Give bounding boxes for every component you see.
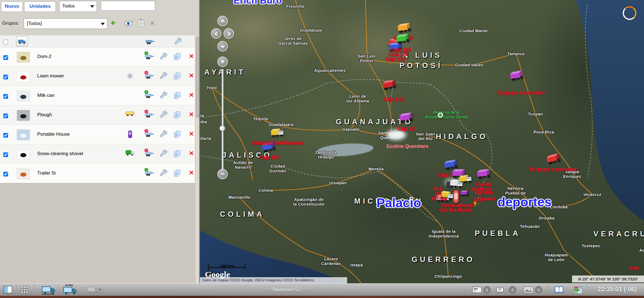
grid-view-icon[interactable]	[21, 286, 29, 295]
unit-trailer-status-icon[interactable]: –	[145, 130, 155, 139]
close-icon[interactable]: ✕	[150, 20, 155, 27]
truck-marker[interactable]	[449, 178, 465, 190]
trailer-marker[interactable]	[395, 33, 411, 46]
unit-visibility-checkbox[interactable]	[3, 94, 8, 99]
unit-trailer-status-icon[interactable]: –	[145, 150, 155, 158]
unit-trailer-status-icon[interactable]: ✓	[145, 53, 155, 61]
waypoint-marker[interactable]	[437, 112, 444, 120]
search-input[interactable]	[101, 1, 155, 11]
units-button[interactable]: Unidades	[24, 1, 56, 12]
unit-map-label[interactable]: 02 grupo exportador	[497, 90, 545, 96]
unit-settings-wrench-icon[interactable]	[160, 130, 168, 139]
unit-settings-wrench-icon[interactable]	[160, 92, 168, 100]
unit-row[interactable]: Trailer 5t✓✕	[0, 164, 195, 183]
pan-left-button[interactable]	[211, 28, 221, 39]
breadcrumb[interactable]: »Navtracker GT»	[262, 287, 312, 292]
filter-dropdown[interactable]: Todos	[59, 1, 97, 12]
unit-map-label[interactable]: Clm	[630, 265, 639, 271]
unit-visibility-checkbox[interactable]	[3, 55, 8, 60]
photos-icon[interactable]	[523, 286, 533, 294]
unit-settings-wrench-icon[interactable]	[160, 111, 168, 120]
unit-map-label[interactable]: Caja 121	[385, 56, 405, 62]
unit-visibility-checkbox[interactable]	[3, 133, 8, 138]
pan-up-button[interactable]	[217, 16, 228, 26]
engine-icon: ✻	[127, 72, 133, 80]
new-button[interactable]: Nuevo	[1, 1, 23, 12]
unit-map-label[interactable]: Ecoline Queretaro	[387, 143, 429, 149]
unit-map-label[interactable]: 05 grupo exportador	[530, 166, 577, 172]
unit-delete-icon[interactable]: ✕	[189, 53, 194, 60]
unit-row[interactable]: Portable House–✕	[0, 125, 195, 144]
truck-display-button[interactable]	[16, 36, 28, 46]
map-canvas[interactable]: + − 100 km 50 mi Google Datos de mapas ©…	[200, 0, 644, 283]
clipboard-icon[interactable]	[137, 19, 145, 28]
unit-visibility-checkbox[interactable]	[3, 75, 8, 79]
eye-wrench-icon[interactable]	[124, 19, 134, 28]
unit-copy-icon[interactable]	[173, 72, 181, 81]
unit-trailer-status-icon[interactable]: ✓	[145, 92, 155, 100]
pan-right-button[interactable]	[224, 28, 234, 39]
unit-delete-icon[interactable]: ✕	[189, 130, 194, 138]
logbook-icon[interactable]	[554, 286, 564, 295]
unit-row[interactable]: Snow-cleaning shovel–✕	[0, 144, 195, 164]
unit-settings-wrench-icon[interactable]	[160, 53, 168, 62]
unit-copy-icon[interactable]	[173, 130, 181, 139]
unit-visibility-checkbox[interactable]	[3, 152, 8, 157]
unit-map-label[interactable]: ZYN	[473, 197, 483, 203]
unit-trace-icon-disabled[interactable]	[87, 286, 103, 295]
unit-map-label[interactable]: Caja 126	[384, 97, 403, 102]
unit-delete-icon[interactable]: ✕	[189, 92, 194, 99]
zoom-slider-handle[interactable]	[219, 125, 225, 131]
unit-map-label[interactable]: Cin Sta Munal	[439, 207, 472, 213]
unit-delete-icon[interactable]: ✕	[189, 169, 194, 176]
select-all-checkbox[interactable]	[3, 40, 8, 44]
pan-down-button[interactable]	[217, 41, 228, 51]
notifications-icon[interactable]	[496, 286, 507, 295]
unit-copy-icon[interactable]	[173, 92, 181, 100]
schedule-icon[interactable]	[574, 286, 583, 295]
zoom-in-button[interactable]: +	[217, 57, 228, 67]
add-group-icon[interactable]: +	[111, 18, 116, 28]
unit-map-label[interactable]: ngrlosn	[475, 190, 493, 196]
unit-map-label[interactable]: Caja 82	[398, 126, 415, 132]
unit-settings-wrench-icon[interactable]	[160, 169, 168, 178]
groups-dropdown[interactable]: [Todos]	[24, 18, 107, 29]
unit-delete-icon[interactable]: ✕	[189, 150, 194, 157]
unit-map-label[interactable]: evos	[484, 196, 495, 202]
follow-unit-icon[interactable]	[42, 286, 57, 296]
unit-row[interactable]: Lawn mower✻–✕	[0, 67, 195, 86]
trailer-marker[interactable]	[460, 190, 469, 197]
unit-trailer-status-icon[interactable]: –	[145, 111, 155, 119]
zoom-out-button[interactable]: −	[217, 169, 228, 179]
unit-trailer-status-icon[interactable]: –	[145, 72, 155, 80]
zoom-slider-track[interactable]	[222, 69, 224, 170]
unit-delete-icon[interactable]: ✕	[189, 111, 194, 118]
unit-row[interactable]: Milk can✓✕	[0, 86, 195, 105]
unit-copy-icon[interactable]	[173, 53, 181, 62]
trailer-marker[interactable]	[398, 112, 414, 125]
panel-toggle-icon[interactable]	[4, 286, 12, 295]
unit-map-label[interactable]: EstaquitClm04dalajara	[252, 140, 304, 146]
show-unit-names-icon[interactable]: NAME	[63, 286, 78, 296]
trailer-marker[interactable]	[476, 168, 492, 181]
unit-visibility-checkbox[interactable]	[3, 172, 8, 176]
unit-copy-icon[interactable]	[173, 169, 181, 178]
unit-copy-icon[interactable]	[173, 150, 181, 159]
unit-settings-wrench-icon[interactable]	[160, 72, 168, 81]
unit-delete-icon[interactable]: ✕	[189, 72, 194, 79]
unit-trailer-status-icon[interactable]: ✓	[145, 169, 155, 178]
breadcrumb-label[interactable]: Navtracker GT	[273, 287, 302, 292]
unit-map-label[interactable]: Caja 1	[437, 172, 452, 178]
unit-row[interactable]: Plough–✕	[0, 105, 195, 125]
unit-row[interactable]: Dom-2✓✕	[0, 47, 195, 67]
unit-visibility-checkbox[interactable]	[3, 113, 8, 118]
trailer-marker[interactable]	[396, 22, 412, 35]
unit-copy-icon[interactable]	[173, 111, 181, 120]
unit-map-label[interactable]: 04 g	[433, 186, 442, 192]
sidebar-scrollbar[interactable]	[195, 35, 199, 283]
unit-map-label[interactable]: WTölA	[432, 196, 447, 202]
unit-settings-wrench-icon[interactable]	[160, 150, 168, 159]
truck-marker[interactable]	[270, 127, 286, 139]
unit-map-label[interactable]: Caja 119	[259, 155, 279, 160]
messages-icon[interactable]	[472, 287, 482, 294]
